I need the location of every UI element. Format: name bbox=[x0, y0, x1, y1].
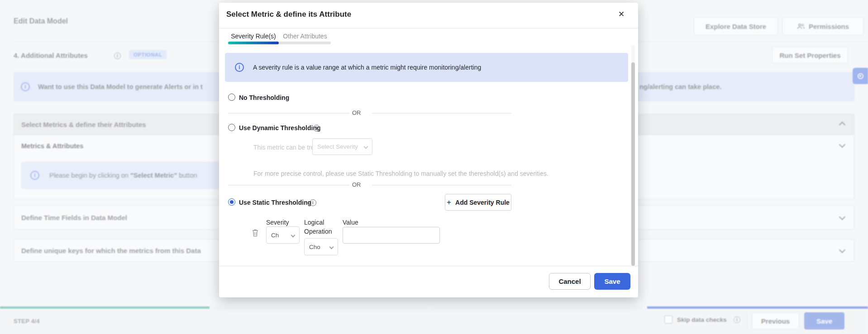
plus-icon: + bbox=[447, 198, 451, 207]
rule-severity-value: Ch bbox=[271, 232, 279, 239]
or-divider-line bbox=[372, 185, 511, 185]
chevron-down-icon bbox=[329, 245, 334, 249]
save-button[interactable]: Save bbox=[594, 273, 630, 290]
severity-info-banner: A severity rule is a value range at whic… bbox=[225, 53, 628, 82]
static-thresholding-label: Use Static Thresholding bbox=[239, 199, 311, 206]
info-icon[interactable] bbox=[310, 199, 316, 206]
severity-column-label: Severity bbox=[266, 218, 289, 227]
trash-icon[interactable] bbox=[252, 229, 259, 239]
rule-severity-select[interactable]: Ch bbox=[266, 226, 300, 244]
rule-logical-operation-select[interactable]: Cho bbox=[304, 238, 338, 255]
or-label: OR bbox=[352, 109, 361, 116]
select-metric-modal: Select Metric & define its Attribute ✕ S… bbox=[219, 3, 638, 297]
cancel-button[interactable]: Cancel bbox=[549, 273, 591, 290]
rule-value-input[interactable] bbox=[343, 227, 440, 244]
modal-footer-divider bbox=[219, 266, 638, 266]
severity-info-text: A severity rule is a value range at whic… bbox=[253, 64, 481, 71]
no-thresholding-label: No Thresholding bbox=[239, 94, 289, 101]
dynamic-thresholding-label: Use Dynamic Thresholding bbox=[239, 124, 320, 132]
info-icon[interactable] bbox=[313, 125, 320, 132]
logical-operation-column-label: Logical Operation bbox=[304, 218, 342, 236]
chevron-down-icon bbox=[364, 145, 368, 149]
add-severity-rule-button[interactable]: + Add Severity Rule bbox=[445, 194, 511, 211]
severity-select[interactable]: Select Severity bbox=[312, 138, 372, 155]
close-icon[interactable]: ✕ bbox=[615, 8, 627, 20]
static-help-text: For more precise control, please use Sta… bbox=[253, 170, 548, 177]
add-severity-rule-label: Add Severity Rule bbox=[455, 199, 510, 206]
tab-other-attributes[interactable]: Other Attributes bbox=[279, 31, 331, 42]
or-label: OR bbox=[352, 181, 361, 188]
value-column-label: Value bbox=[343, 218, 358, 227]
or-divider-line bbox=[228, 113, 349, 113]
or-divider-line bbox=[372, 113, 511, 113]
modal-header-divider bbox=[219, 28, 638, 28]
info-icon bbox=[235, 63, 244, 72]
scrollbar-thumb[interactable] bbox=[631, 62, 635, 266]
severity-select-placeholder: Select Severity bbox=[317, 143, 358, 150]
tab-active-indicator bbox=[228, 42, 279, 44]
modal-title: Select Metric & define its Attribute bbox=[226, 10, 351, 19]
no-thresholding-radio[interactable] bbox=[228, 94, 235, 101]
rule-logical-operation-value: Cho bbox=[309, 244, 320, 250]
dynamic-thresholding-radio[interactable] bbox=[228, 124, 235, 131]
tab-severity-rules[interactable]: Severity Rule(s) bbox=[228, 31, 279, 42]
chevron-down-icon bbox=[291, 233, 296, 237]
static-thresholding-radio[interactable] bbox=[228, 198, 235, 206]
or-divider-line bbox=[228, 185, 349, 185]
